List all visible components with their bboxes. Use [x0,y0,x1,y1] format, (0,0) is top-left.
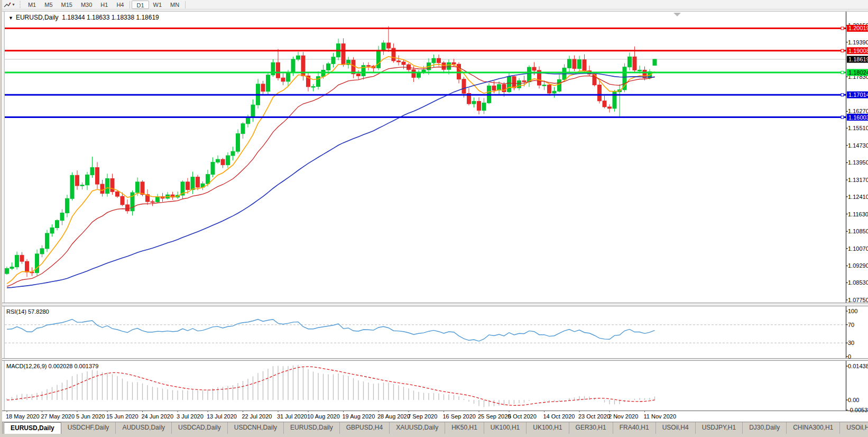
timeframe-toolbar: ▼ M1M5M15M30H1H4D1W1MN [2,0,868,10]
timeframe-button-m5[interactable]: M5 [40,1,57,9]
chart-tab-audusd-daily[interactable]: AUDUSD,Daily [116,422,172,434]
candle [216,159,220,162]
candle [76,175,79,186]
svg-text:1.14730: 1.14730 [848,142,868,149]
candle [331,57,335,64]
chart-tab-usdjpy-h1[interactable]: USDJPY,H1 [696,422,743,434]
candle [442,63,446,70]
candle [291,59,295,72]
candle [507,77,511,92]
candle [572,59,576,69]
candle [608,107,612,108]
date-label: 28 Aug 2020 [377,413,410,420]
chart-tab-fra40-h1[interactable]: FRA40,H1 [613,422,656,434]
candle [266,75,270,92]
timeframe-button-w1[interactable]: W1 [149,1,167,9]
candle [477,102,481,111]
chevron-down-icon[interactable]: ▼ [12,3,15,6]
candle [387,43,391,48]
timeframe-button-m15[interactable]: M15 [57,1,77,9]
candle [653,59,657,66]
date-label: 2 Nov 2020 [608,413,638,420]
macd-values: 0.002028 0.001379 [48,363,98,369]
candle [116,192,119,196]
candle [447,62,451,69]
rsi-value: 57.8280 [28,308,49,315]
chart-tab-china300-h1[interactable]: CHINA300,H1 [787,422,840,434]
date-label: 3 Jul 2020 [177,413,204,420]
candle [196,177,200,187]
chart-tab-ger30-h1[interactable]: GER30,H1 [569,422,613,434]
chart-tab-hk50-h1[interactable]: HK50,H1 [445,422,484,434]
cursor-tools-icon[interactable] [4,2,11,8]
timeframe-button-m1[interactable]: M1 [24,1,40,9]
candle [623,67,626,90]
candle [191,177,195,190]
candle [417,73,421,78]
chart-tab-usdcad-daily[interactable]: USDCAD,Daily [172,422,228,434]
candle [136,182,140,193]
chart-tab-usoil-h4[interactable]: USOil,H4 [656,422,696,434]
svg-text:1.12410: 1.12410 [848,194,868,200]
candle [497,85,501,90]
macd-label: MACD(12,26,9) 0.002028 0.001379 [6,363,98,369]
svg-text:1.18024: 1.18024 [848,69,868,76]
candle [106,179,109,194]
candle [246,118,250,124]
svg-text:1.13950: 1.13950 [848,159,868,166]
chart-tab-xauusd-daily[interactable]: XAUUSD,Daily [390,422,445,434]
candle [482,103,486,110]
chart-tab-usdcnh-daily[interactable]: USDCNH,Daily [228,422,284,434]
candle [367,66,371,67]
tabbar-grip[interactable] [2,422,3,434]
candle [211,162,215,175]
timeframe-button-m30[interactable]: M30 [77,1,96,9]
svg-text:1.20019: 1.20019 [848,25,868,31]
macd-axis-tick: 0.014384 [848,363,868,369]
candle [402,62,405,65]
candle [236,134,240,151]
chart-tab-usoil-h1[interactable]: USOil,H1 [840,422,868,434]
candle [321,70,325,77]
date-label: 27 May 2020 [41,413,75,420]
date-label: 24 Jun 2020 [142,413,174,420]
candle [241,124,245,134]
chart-tab-eurusd-daily[interactable]: EURUSD,Daily [284,422,340,434]
candle [121,196,124,205]
candle [532,67,536,70]
chart-tab-usdchf-daily[interactable]: USDCHF,Daily [61,422,116,434]
toolbar-separator [130,1,130,8]
timeframe-button-d1[interactable]: D1 [132,1,149,9]
candle [297,56,300,59]
chart-canvas[interactable]: 1.201501.193901.178301.162701.155101.147… [2,10,868,422]
date-label: 22 Jul 2020 [242,413,272,420]
chart-ohlc-values: 1.18344 1.18633 1.18338 1.18619 [62,14,159,21]
chart-title: ▼EURUSD,Daily 1.18344 1.18633 1.18338 1.… [8,14,159,21]
candle [126,205,130,211]
ohlc-marker-icon[interactable]: ▼ [8,15,13,21]
svg-text:1.10070: 1.10070 [848,245,868,252]
candle [327,63,330,70]
candle [382,43,385,50]
timeframe-button-mn[interactable]: MN [166,1,183,9]
candle [110,179,114,192]
chart-tab-uk100-h1[interactable]: UK100,H1 [527,422,569,434]
toolbar-separator [185,1,186,8]
timeframe-button-h4[interactable]: H4 [112,1,128,9]
chart-tab-dj30-daily[interactable]: DJ30,Daily [743,422,787,434]
candle [66,198,69,213]
candle [5,269,9,274]
date-label: 25 Sep 2020 [478,413,511,420]
chart-tab-eurusd-daily[interactable]: EURUSD,Daily [4,422,61,434]
candle [552,91,556,93]
chart-tab-uk100-h1[interactable]: UK100,H1 [484,422,527,434]
svg-text:1.08530: 1.08530 [848,279,868,286]
chart-tab-gbpusd-h4[interactable]: GBPUSD,H4 [340,422,390,434]
timeframe-button-h1[interactable]: H1 [96,1,112,9]
date-label: 16 Sep 2020 [443,413,476,420]
candle [452,62,456,64]
candle [628,57,632,67]
candle [156,197,160,202]
svg-text:1.15510: 1.15510 [848,125,868,131]
toolbar-grip[interactable] [19,1,22,8]
